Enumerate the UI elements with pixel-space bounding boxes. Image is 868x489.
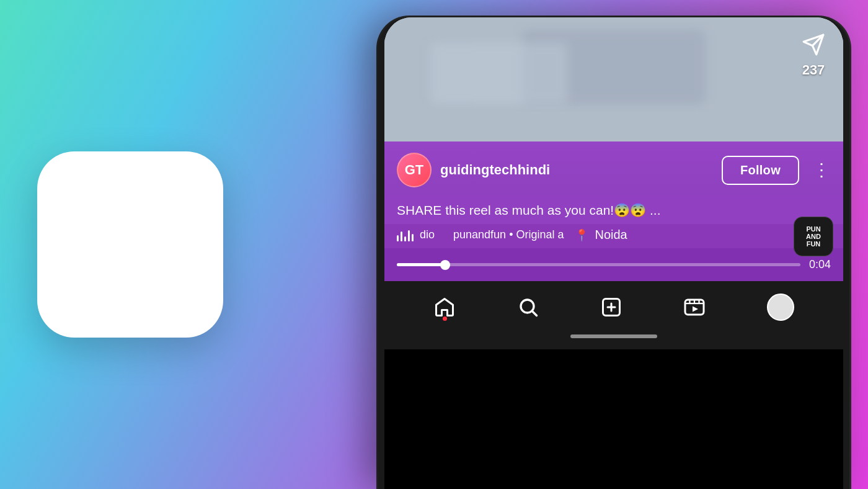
progress-bar[interactable] (397, 263, 800, 266)
username: guidingtechhindi (440, 162, 713, 178)
audio-row: dio punandfun • Original a 📍 Noida PUN A… (384, 224, 843, 248)
app-icon-container (37, 151, 223, 338)
time-label: 0:04 (809, 258, 831, 271)
phone-mockup: 237 GT guidingtechhindi Follow ⋮ SHARE t… (378, 17, 849, 489)
create-icon (600, 296, 622, 318)
audio-bars-icon (397, 229, 414, 241)
avatar[interactable]: GT (397, 153, 432, 187)
avatar-initials: GT (405, 162, 424, 178)
progress-area: 0:04 (384, 248, 843, 281)
pun-line1: PUN (806, 225, 820, 233)
video-side-actions: 237 (799, 30, 828, 78)
search-icon (517, 296, 539, 318)
nav-item-profile[interactable] (767, 294, 794, 321)
pun-line2: AND (806, 233, 821, 240)
pun-fun-badge: PUN AND FUN (794, 217, 833, 256)
nav-item-search[interactable] (517, 296, 539, 318)
svg-marker-9 (693, 307, 698, 312)
send-icon[interactable] (799, 30, 828, 60)
caption-area: SHARE this reel as much as you can!😨😨 ..… (384, 195, 843, 224)
nav-item-create[interactable] (600, 296, 622, 318)
reels-icon-svg (62, 176, 198, 313)
pun-line3: FUN (807, 240, 821, 248)
reels-nav-icon (683, 296, 706, 318)
home-active-dot (443, 316, 447, 321)
video-bg (384, 17, 843, 141)
nav-item-home[interactable] (433, 296, 456, 318)
phone-screen: 237 GT guidingtechhindi Follow ⋮ SHARE t… (384, 17, 843, 489)
phone-container: 237 GT guidingtechhindi Follow ⋮ SHARE t… (360, 0, 868, 489)
content-area: GT guidingtechhindi Follow ⋮ SHARE this … (384, 141, 843, 281)
nav-bar (384, 281, 843, 327)
more-options-icon[interactable]: ⋮ (813, 161, 831, 179)
progress-dot (440, 260, 450, 270)
video-area: 237 (384, 17, 843, 141)
svg-marker-1 (113, 243, 160, 280)
profile-avatar (767, 294, 794, 321)
nav-item-reels[interactable] (683, 296, 706, 318)
home-indicator (384, 327, 843, 349)
caption-text: SHARE this reel as much as you can!😨😨 ..… (397, 203, 661, 217)
audio-track: punandfun • Original a (453, 228, 564, 241)
video-content (384, 17, 843, 141)
separator-1 (441, 228, 447, 241)
app-icon (37, 151, 223, 338)
home-icon (433, 296, 456, 318)
send-count: 237 (802, 62, 825, 78)
location-pin-icon: 📍 (575, 228, 588, 242)
audio-name: dio (420, 228, 435, 241)
follow-button[interactable]: Follow (722, 156, 799, 185)
home-bar (570, 334, 657, 338)
svg-rect-5 (430, 42, 568, 104)
progress-fill (397, 263, 445, 266)
location-text: Noida (595, 228, 627, 242)
user-row: GT guidingtechhindi Follow ⋮ (384, 141, 843, 195)
